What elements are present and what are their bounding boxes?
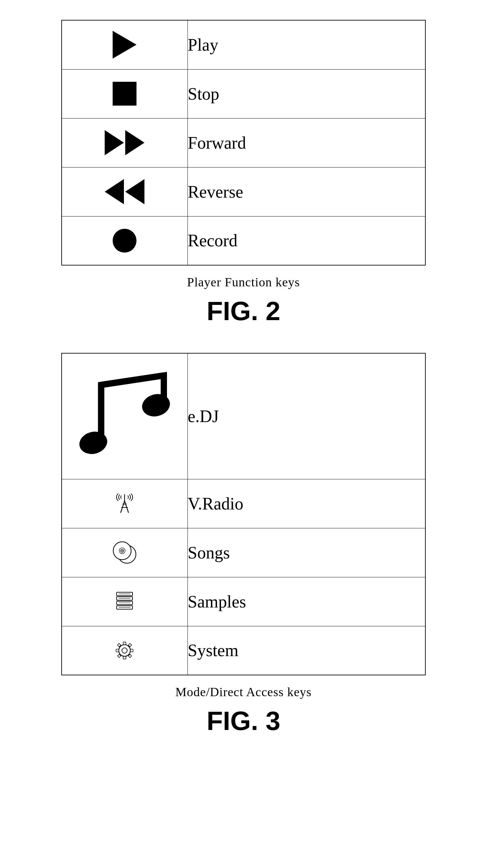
svg-rect-30 — [131, 649, 133, 652]
stack-icon — [62, 588, 188, 615]
svg-line-6 — [124, 501, 128, 513]
songs-label: Songs — [188, 528, 425, 577]
record-icon — [62, 229, 188, 253]
fig3-title: FIG. 3 — [207, 706, 280, 736]
music-note-icon — [62, 353, 188, 479]
gear-svg — [111, 637, 138, 664]
play-triangle — [113, 31, 137, 59]
fig2-title: FIG. 2 — [207, 296, 280, 327]
table-row: Play — [62, 20, 425, 69]
table-row: Reverse — [62, 167, 425, 216]
table-row: Record — [62, 216, 425, 265]
gear-icon-cell — [62, 626, 188, 675]
reverse-icon-cell — [62, 167, 188, 216]
forward-label: Forward — [188, 118, 425, 167]
forward-icon — [62, 130, 188, 155]
cd-svg — [110, 538, 140, 567]
radio-tower-icon — [62, 490, 188, 517]
svg-rect-28 — [123, 656, 126, 659]
svg-rect-29 — [116, 649, 119, 652]
table-row: Forward — [62, 118, 425, 167]
play-label: Play — [188, 20, 425, 69]
fig2-caption: Player Function keys — [187, 275, 300, 289]
reverse-label: Reverse — [188, 167, 425, 216]
stop-square — [113, 82, 137, 105]
gear-icon — [62, 637, 188, 664]
svg-line-0 — [101, 375, 164, 385]
table-row: Stop — [62, 69, 425, 118]
table-row: Songs — [62, 528, 425, 577]
play-icon — [62, 31, 188, 59]
stop-label: Stop — [188, 69, 425, 118]
stop-icon — [62, 82, 188, 105]
reverse-icon — [62, 179, 188, 204]
samples-label: Samples — [188, 577, 425, 626]
system-label: System — [188, 626, 425, 675]
cd-icon-cell — [62, 528, 188, 577]
stack-svg — [113, 588, 136, 615]
fig3-section: e.DJ — [61, 353, 426, 736]
fig3-caption: Mode/Direct Access keys — [175, 685, 311, 699]
table-row: System — [62, 626, 425, 675]
fig2-section: Play Stop — [61, 20, 426, 327]
record-label: Record — [188, 216, 425, 265]
stop-icon-cell — [62, 69, 188, 118]
svg-point-2 — [140, 391, 172, 420]
svg-line-5 — [121, 501, 124, 513]
forward-double-triangle — [105, 130, 144, 155]
player-function-table: Play Stop — [61, 20, 426, 266]
radio-tower-svg — [111, 490, 138, 517]
forward-icon-cell — [62, 118, 188, 167]
svg-point-16 — [122, 550, 123, 552]
mode-access-table: e.DJ — [61, 353, 426, 675]
record-icon-cell — [62, 216, 188, 265]
svg-point-26 — [122, 648, 127, 653]
music-note-svg — [62, 353, 188, 479]
reverse-double-triangle — [105, 179, 144, 204]
svg-rect-27 — [123, 642, 126, 645]
edj-label: e.DJ — [188, 353, 425, 479]
cd-icon — [62, 538, 188, 567]
music-icon-cell — [62, 353, 188, 479]
play-icon-cell — [62, 20, 188, 69]
table-row: V.Radio — [62, 479, 425, 528]
table-row: e.DJ — [62, 353, 425, 479]
record-circle — [113, 229, 137, 253]
svg-point-1 — [77, 429, 110, 457]
table-row: Samples — [62, 577, 425, 626]
vradio-label: V.Radio — [188, 479, 425, 528]
stack-icon-cell — [62, 577, 188, 626]
radio-icon-cell — [62, 479, 188, 528]
